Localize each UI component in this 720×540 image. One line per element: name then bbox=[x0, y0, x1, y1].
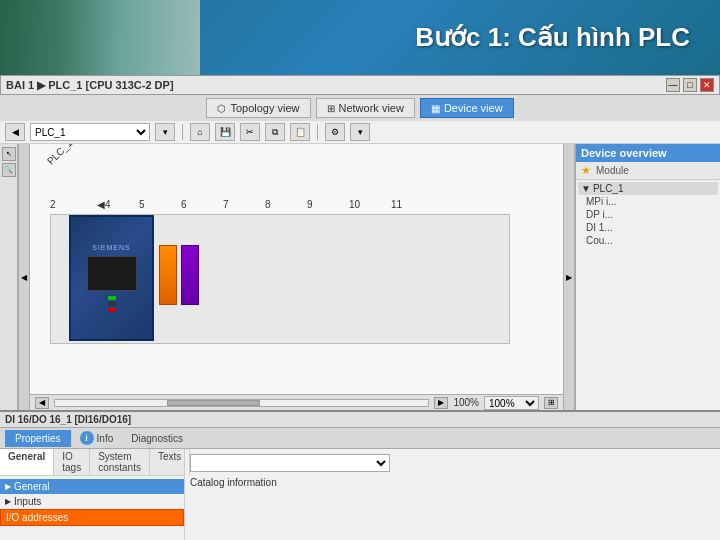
bottom-left-nav-panel: General IO tags System constants Texts ▶… bbox=[0, 449, 185, 540]
restore-button[interactable]: □ bbox=[683, 78, 697, 92]
system-constants-tab[interactable]: System constants bbox=[90, 449, 150, 475]
siemens-label: SIEMENS bbox=[92, 244, 131, 251]
horizontal-scrollbar[interactable] bbox=[54, 399, 429, 407]
right-panel: Device overview ★ Module ▼ PLC_1 MPi i..… bbox=[575, 144, 720, 410]
bottom-left-nav: ▶ General ▶ Inputs I/O addresses bbox=[0, 476, 184, 529]
topology-view-label: Topology view bbox=[230, 102, 299, 114]
module-icon: ★ bbox=[581, 164, 591, 177]
bottom-content: General IO tags System constants Texts ▶… bbox=[0, 449, 720, 540]
general-nav-arrow: ▶ bbox=[5, 482, 11, 491]
io-tags-tab[interactable]: IO tags bbox=[54, 449, 90, 475]
bottom-module-title: DI 16/DO 16_1 [DI16/DO16] bbox=[5, 414, 131, 425]
save-button[interactable]: 💾 bbox=[215, 123, 235, 141]
back-button[interactable]: ◀ bbox=[5, 123, 25, 141]
scroll-thumb bbox=[167, 400, 260, 406]
properties-tab[interactable]: Properties bbox=[5, 430, 72, 447]
plc1-arrow: ▼ bbox=[581, 183, 591, 194]
main-content: ↖ 🔍 ◀ PLC_1 2 ◀4 5 6 7 8 9 10 11 bbox=[0, 144, 720, 410]
dp-item[interactable]: DP i... bbox=[578, 208, 718, 221]
close-button[interactable]: ✕ bbox=[700, 78, 714, 92]
inputs-nav-arrow: ▶ bbox=[5, 497, 11, 506]
slot-9: 9 bbox=[307, 199, 349, 210]
scroll-left-button[interactable]: ◀ bbox=[35, 397, 49, 409]
fit-button[interactable]: ⊞ bbox=[544, 397, 558, 409]
separator2 bbox=[317, 124, 318, 140]
bottom-title-bar: DI 16/DO 16_1 [DI16/DO16] bbox=[0, 412, 720, 428]
cut-button[interactable]: ✂ bbox=[240, 123, 260, 141]
topology-icon: ⬡ bbox=[217, 103, 226, 114]
diagnostics-tab[interactable]: Diagnostics bbox=[121, 430, 193, 447]
copy-button[interactable]: ⧉ bbox=[265, 123, 285, 141]
device-select[interactable]: PLC_1 bbox=[30, 123, 150, 141]
scroll-right-button[interactable]: ▶ bbox=[434, 397, 448, 409]
header-image bbox=[0, 0, 200, 75]
diagnostics-tab-label: Diagnostics bbox=[131, 433, 183, 444]
slot-5: 5 bbox=[139, 199, 181, 210]
general-nav-label: General bbox=[14, 481, 50, 492]
canvas-area: PLC_1 2 ◀4 5 6 7 8 9 10 11 SIEMENS bbox=[30, 144, 563, 410]
network-view-label: Network view bbox=[339, 102, 404, 114]
settings-button[interactable]: ⚙ bbox=[325, 123, 345, 141]
zoom-level: 100% bbox=[453, 397, 479, 408]
view-tabs: ⬡ Topology view ⊞ Network view ▦ Device … bbox=[0, 95, 720, 121]
device-overview-header: Device overview bbox=[576, 144, 720, 162]
plc1-label: PLC_1 bbox=[593, 183, 624, 194]
device-toolbar: ◀ PLC_1 ▾ ⌂ 💾 ✂ ⧉ 📋 ⚙ ▾ bbox=[0, 121, 720, 144]
zoom-tool[interactable]: 🔍 bbox=[2, 163, 16, 177]
properties-tab-label: Properties bbox=[15, 433, 61, 444]
general-tabs: General IO tags System constants Texts bbox=[0, 449, 184, 476]
cou-item[interactable]: Cou... bbox=[578, 234, 718, 247]
down-button[interactable]: ▾ bbox=[350, 123, 370, 141]
header-banner: Bước 1: Cấu hình PLC bbox=[0, 0, 720, 75]
window-controls: — □ ✕ bbox=[666, 78, 714, 92]
left-collapse-button[interactable]: ◀ bbox=[18, 144, 30, 410]
properties-tabs: Properties i Info Diagnostics bbox=[0, 428, 720, 449]
device-view-tab[interactable]: ▦ Device view bbox=[420, 98, 514, 118]
led-run bbox=[108, 296, 116, 300]
cpu-display bbox=[87, 256, 137, 291]
module-label: Module bbox=[596, 165, 629, 176]
slot-10: 10 bbox=[349, 199, 391, 210]
select-tool[interactable]: ↖ bbox=[2, 147, 16, 161]
led-stop bbox=[108, 302, 116, 306]
plc1-group-header[interactable]: ▼ PLC_1 bbox=[578, 182, 718, 195]
network-view-tab[interactable]: ⊞ Network view bbox=[316, 98, 415, 118]
led-error bbox=[108, 308, 116, 312]
io-addresses-nav-item[interactable]: I/O addresses bbox=[0, 509, 184, 526]
rail-numbers: 2 ◀4 5 6 7 8 9 10 11 bbox=[50, 199, 433, 210]
right-collapse-button[interactable]: ▶ bbox=[563, 144, 575, 410]
zoom-select[interactable]: 100% 75% 50% 150% bbox=[484, 396, 539, 410]
general-nav-item[interactable]: ▶ General bbox=[0, 479, 184, 494]
topology-view-tab[interactable]: ⬡ Topology view bbox=[206, 98, 310, 118]
info-icon: i bbox=[80, 431, 94, 445]
device-icon: ▦ bbox=[431, 103, 440, 114]
plc-label: PLC_1 bbox=[45, 144, 74, 167]
inputs-nav-item[interactable]: ▶ Inputs bbox=[0, 494, 184, 509]
slot-11: 11 bbox=[391, 199, 433, 210]
cpu-module[interactable]: SIEMENS bbox=[69, 215, 154, 341]
property-dropdown[interactable] bbox=[190, 454, 390, 472]
home-button[interactable]: ⌂ bbox=[190, 123, 210, 141]
mpi-item[interactable]: MPi i... bbox=[578, 195, 718, 208]
plc1-group: ▼ PLC_1 MPi i... DP i... DI 1... Cou... bbox=[578, 182, 718, 247]
general-tab[interactable]: General bbox=[0, 449, 54, 475]
header-title: Bước 1: Cấu hình PLC bbox=[415, 22, 690, 53]
dropdown-button[interactable]: ▾ bbox=[155, 123, 175, 141]
left-toolbar: ↖ 🔍 bbox=[0, 144, 18, 410]
din-rail: SIEMENS bbox=[50, 214, 510, 344]
device-view-label: Device view bbox=[444, 102, 503, 114]
io-orange-module[interactable] bbox=[159, 245, 177, 305]
info-tab[interactable]: i Info bbox=[72, 428, 122, 448]
slot-8: 8 bbox=[265, 199, 307, 210]
di1-item[interactable]: DI 1... bbox=[578, 221, 718, 234]
slot-7: 7 bbox=[223, 199, 265, 210]
paste-button[interactable]: 📋 bbox=[290, 123, 310, 141]
io-addresses-nav-label: I/O addresses bbox=[6, 512, 68, 523]
dropdown-row bbox=[190, 454, 715, 472]
separator bbox=[182, 124, 183, 140]
network-icon: ⊞ bbox=[327, 103, 335, 114]
minimize-button[interactable]: — bbox=[666, 78, 680, 92]
title-bar: BAI 1 ▶ PLC_1 [CPU 313C-2 DP] — □ ✕ bbox=[0, 75, 720, 95]
io-purple-module[interactable] bbox=[181, 245, 199, 305]
catalog-label: Catalog information bbox=[190, 477, 715, 488]
